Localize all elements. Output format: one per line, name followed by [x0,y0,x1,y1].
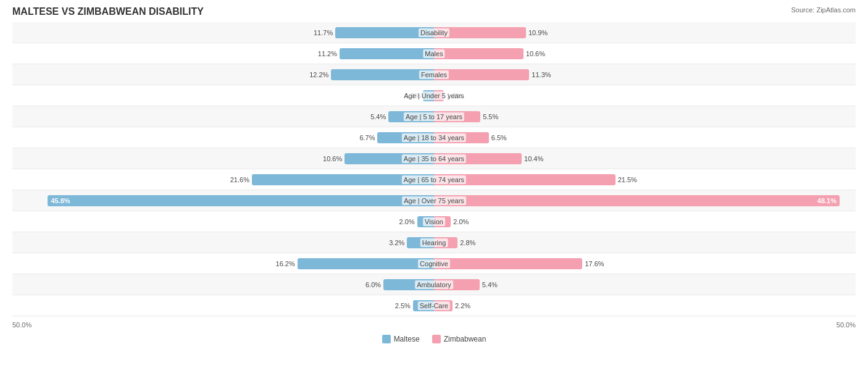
right-value: 48.1% [817,197,840,204]
right-value: 17.6% [585,260,604,267]
maltese-label: Maltese [394,335,420,343]
right-bar-area: 21.5% [434,169,856,190]
right-bar-area: 2.0% [434,211,856,232]
left-bar-area: 6.0% [12,274,434,295]
left-bar-area: 12.2% [12,64,434,85]
chart-row: 6.0%Ambulatory5.4% [12,274,856,295]
left-bar-area: 3.2% [12,232,434,253]
row-label: Hearing [420,238,448,247]
right-bar-area: 17.6% [434,253,856,274]
right-bar [434,48,524,59]
legend-maltese: Maltese [382,335,420,343]
right-value: 21.5% [618,176,637,183]
left-value: 45.8% [48,197,70,204]
right-bar-area: 48.1% [434,190,856,211]
row-label: Ambulatory [415,280,453,289]
left-value: 11.7% [314,29,333,36]
right-bar-area: 1.2% [434,85,856,106]
chart-row: 1.3%Age | Under 5 years1.2% [12,85,856,106]
row-label: Males [423,49,444,58]
chart-row: 3.2%Hearing2.8% [12,232,856,253]
row-label: Females [419,70,449,79]
chart-rows: 11.7%Disability10.9%11.2%Males10.6%12.2%… [12,22,856,316]
chart-container: 11.7%Disability10.9%11.2%Males10.6%12.2%… [12,22,856,343]
zimbabwean-label: Zimbabwean [444,335,486,343]
left-bar-area: 21.6% [12,169,434,190]
right-bar [434,258,582,269]
right-bar-area: 10.6% [434,43,856,64]
left-value: 21.6% [230,176,249,183]
right-value: 5.5% [483,113,498,120]
left-value: 6.0% [365,281,381,288]
left-bar-area: 45.8% [12,190,434,211]
left-bar-area: 1.3% [12,85,434,106]
row-label: Age | 35 to 64 years [402,154,466,163]
row-label: Age | Over 75 years [402,196,466,205]
chart-title: MALTESE VS ZIMBABWEAN DISABILITY [12,6,204,17]
axis-row: 50.0% 50.0% [12,319,856,331]
source-label: Source: ZipAtlas.com [791,6,856,14]
right-value: 6.5% [491,134,507,141]
row-label: Age | 65 to 74 years [402,175,466,184]
right-bar-area: 2.2% [434,295,856,316]
maltese-color-box [382,335,391,343]
chart-row: 5.4%Age | 5 to 17 years5.5% [12,106,856,127]
left-value: 6.7% [359,134,375,141]
chart-row: 2.0%Vision2.0% [12,211,856,232]
zimbabwean-color-box [432,335,441,343]
row-label: Cognitive [418,259,450,268]
left-bar [298,258,434,269]
axis-left: 50.0% [12,321,434,329]
left-value: 2.0% [399,218,415,225]
right-value: 5.4% [482,281,498,288]
left-value: 2.5% [395,302,411,309]
chart-row: 21.6%Age | 65 to 74 years21.5% [12,169,856,190]
right-bar-area: 10.4% [434,148,856,169]
right-bar-area: 2.8% [434,232,856,253]
right-bar-area: 6.5% [434,127,856,148]
left-value: 3.2% [389,239,404,246]
left-bar-area: 11.2% [12,43,434,64]
left-bar-area: 6.7% [12,127,434,148]
chart-row: 6.7%Age | 18 to 34 years6.5% [12,127,856,148]
row-label: Age | 5 to 17 years [404,112,464,121]
row-label: Disability [419,28,449,37]
right-value: 2.2% [455,302,470,309]
left-bar: 45.8% [48,195,434,206]
left-value: 5.4% [370,113,386,120]
row-label: Age | Under 5 years [402,91,466,100]
left-bar-area: 10.6% [12,148,434,169]
left-bar-area: 5.4% [12,106,434,127]
left-bar-area: 2.0% [12,211,434,232]
chart-row: 2.5%Self-Care2.2% [12,295,856,316]
right-bar-area: 5.5% [434,106,856,127]
left-value: 11.2% [318,50,337,57]
right-value: 10.9% [528,29,548,36]
left-bar-area: 2.5% [12,295,434,316]
right-bar-area: 11.3% [434,64,856,85]
left-bar-area: 16.2% [12,253,434,274]
right-value: 11.3% [532,71,551,78]
right-bar: 48.1% [434,195,840,206]
chart-row: 45.8%Age | Over 75 years48.1% [12,190,856,211]
row-label: Age | 18 to 34 years [402,133,466,142]
right-value: 10.4% [524,155,543,162]
chart-row: 10.6%Age | 35 to 64 years10.4% [12,148,856,169]
right-value: 2.0% [453,218,469,225]
legend: Maltese Zimbabwean [12,335,856,343]
row-label: Vision [423,217,445,226]
axis-right: 50.0% [434,321,856,329]
right-value: 10.6% [526,50,545,57]
left-bar-area: 11.7% [12,22,434,43]
right-bar-area: 10.9% [434,22,856,43]
left-value: 16.2% [276,260,295,267]
row-label: Self-Care [418,301,450,310]
right-bar-area: 5.4% [434,274,856,295]
chart-row: 16.2%Cognitive17.6% [12,253,856,274]
left-value: 12.2% [309,71,328,78]
legend-zimbabwean: Zimbabwean [432,335,486,343]
left-bar [340,48,434,59]
chart-row: 12.2%Females11.3% [12,64,856,85]
left-value: 10.6% [323,155,342,162]
right-value: 2.8% [460,239,475,246]
